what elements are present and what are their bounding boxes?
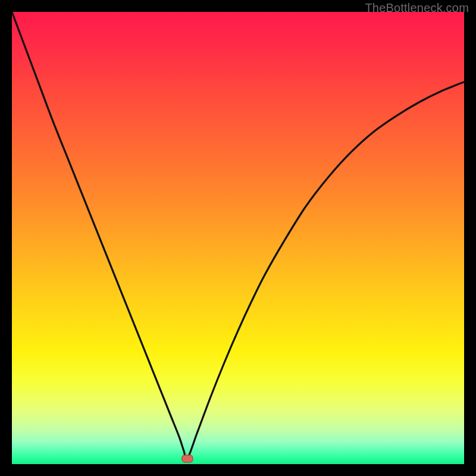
watermark-text: TheBottleneck.com	[365, 1, 469, 15]
plot-area	[12, 12, 464, 464]
bottleneck-curve	[12, 12, 464, 459]
optimal-point-marker	[182, 455, 193, 462]
chart-svg	[12, 12, 464, 464]
